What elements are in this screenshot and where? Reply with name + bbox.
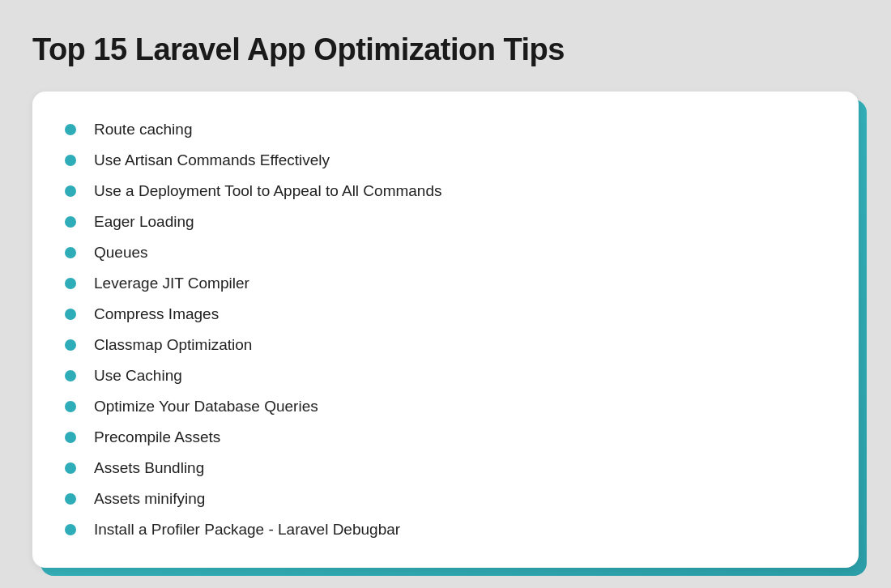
list-item: Assets Bundling — [65, 453, 826, 484]
list-item: Use a Deployment Tool to Appeal to All C… — [65, 176, 826, 207]
tip-label: Use Artisan Commands Effectively — [94, 151, 330, 169]
bullet-icon — [65, 185, 76, 197]
bullet-icon — [65, 524, 76, 535]
bullet-icon — [65, 309, 76, 320]
tip-label: Eager Loading — [94, 213, 194, 231]
bullet-icon — [65, 432, 76, 443]
bullet-icon — [65, 339, 76, 351]
list-item: Use Artisan Commands Effectively — [65, 145, 826, 176]
tip-label: Optimize Your Database Queries — [94, 398, 318, 415]
bullet-icon — [65, 493, 76, 505]
card-wrapper: Route cachingUse Artisan Commands Effect… — [32, 92, 859, 568]
bullet-icon — [65, 370, 76, 381]
bullet-icon — [65, 216, 76, 228]
tip-label: Use Caching — [94, 367, 182, 385]
tip-label: Compress Images — [94, 305, 219, 323]
bullet-icon — [65, 124, 76, 135]
tip-label: Use a Deployment Tool to Appeal to All C… — [94, 182, 442, 200]
tip-label: Route caching — [94, 121, 192, 138]
bullet-icon — [65, 278, 76, 289]
list-item: Queues — [65, 237, 826, 268]
bullet-icon — [65, 462, 76, 474]
list-item: Assets minifying — [65, 484, 826, 514]
tip-label: Leverage JIT Compiler — [94, 275, 249, 292]
tip-label: Assets minifying — [94, 490, 205, 508]
page-title: Top 15 Laravel App Optimization Tips — [32, 32, 565, 67]
bullet-icon — [65, 401, 76, 412]
tip-label: Precompile Assets — [94, 428, 220, 446]
tips-card: Route cachingUse Artisan Commands Effect… — [32, 92, 859, 568]
list-item: Precompile Assets — [65, 422, 826, 453]
list-item: Use Caching — [65, 360, 826, 391]
list-item: Optimize Your Database Queries — [65, 391, 826, 422]
tips-list: Route cachingUse Artisan Commands Effect… — [65, 114, 826, 545]
tip-label: Queues — [94, 244, 148, 262]
tip-label: Assets Bundling — [94, 459, 204, 477]
list-item: Route caching — [65, 114, 826, 145]
list-item: Compress Images — [65, 299, 826, 330]
list-item: Classmap Optimization — [65, 330, 826, 360]
list-item: Eager Loading — [65, 207, 826, 237]
bullet-icon — [65, 247, 76, 258]
list-item: Leverage JIT Compiler — [65, 268, 826, 299]
list-item: Install a Profiler Package - Laravel Deb… — [65, 514, 826, 545]
tip-label: Classmap Optimization — [94, 336, 252, 354]
tip-label: Install a Profiler Package - Laravel Deb… — [94, 521, 400, 539]
bullet-icon — [65, 155, 76, 166]
